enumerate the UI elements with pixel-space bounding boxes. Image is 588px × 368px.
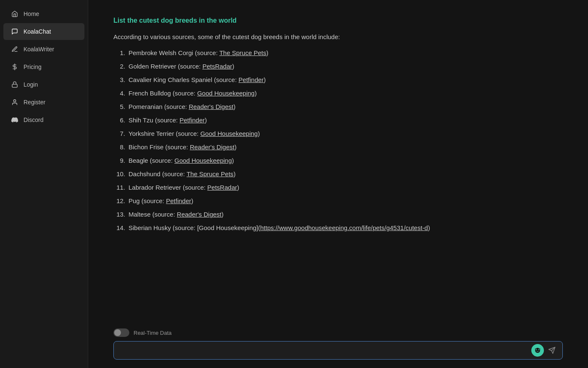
real-time-toggle-row: Real-Time Data xyxy=(113,328,563,337)
home-icon xyxy=(11,10,18,18)
lock-icon xyxy=(11,81,18,88)
question-title: List the cutest dog breeds in the world xyxy=(113,17,563,24)
breed-text: Golden Retriever (source: PetsRadar) xyxy=(129,61,234,71)
source-link[interactable]: Good Housekeeping xyxy=(174,157,232,164)
breed-text: Beagle (source: Good Housekeeping) xyxy=(129,156,234,166)
send-button[interactable] xyxy=(546,344,558,357)
breed-number: 6. xyxy=(113,115,129,125)
breed-number: 11. xyxy=(113,183,129,193)
sidebar-label-pricing: Pricing xyxy=(24,64,42,70)
writer-icon xyxy=(11,45,18,53)
source-link[interactable]: Petfinder xyxy=(166,197,191,204)
sidebar-item-koalachat[interactable]: KoalaChat xyxy=(3,23,84,40)
breed-text: Siberian Husky (source: [Good Housekeepi… xyxy=(129,223,430,233)
breed-number: 12. xyxy=(113,196,129,206)
breed-number: 4. xyxy=(113,88,129,98)
list-item: 10.Dachshund (source: The Spruce Pets) xyxy=(113,169,563,179)
list-item: 4.French Bulldog (source: Good Housekeep… xyxy=(113,88,563,98)
list-item: 13.Maltese (source: Reader's Digest) xyxy=(113,209,563,220)
svg-point-7 xyxy=(539,348,541,350)
discord-icon xyxy=(11,116,18,124)
source-link[interactable]: Reader's Digest xyxy=(189,103,233,110)
chat-area: List the cutest dog breeds in the world … xyxy=(88,0,588,323)
breed-text: Pembroke Welsh Corgi (source: The Spruce… xyxy=(129,48,268,58)
list-item: 7.Yorkshire Terrier (source: Good Housek… xyxy=(113,129,563,139)
breed-number: 9. xyxy=(113,156,129,166)
sidebar-item-login[interactable]: Login xyxy=(3,76,84,93)
koala-icon-button[interactable] xyxy=(531,344,544,357)
chat-input[interactable] xyxy=(118,344,530,357)
koala-svg-icon xyxy=(534,347,541,354)
sidebar-label-home: Home xyxy=(24,11,39,17)
main-content: List the cutest dog breeds in the world … xyxy=(88,0,588,368)
source-link[interactable]: PetsRadar xyxy=(207,184,237,191)
list-item: 14.Siberian Husky (source: [Good Houseke… xyxy=(113,223,563,233)
breed-number: 13. xyxy=(113,209,129,220)
bottom-area: Real-Time Data xyxy=(88,323,588,368)
source-link[interactable]: The Spruce Pets xyxy=(219,49,266,56)
breed-text: Dachshund (source: The Spruce Pets) xyxy=(129,169,236,179)
user-icon xyxy=(11,98,18,106)
list-item: 3.Cavalier King Charles Spaniel (source:… xyxy=(113,75,563,85)
sidebar-item-discord[interactable]: Discord xyxy=(3,111,84,128)
list-item: 8.Bichon Frise (source: Reader's Digest) xyxy=(113,142,563,152)
breed-text: Pomeranian (source: Reader's Digest) xyxy=(129,102,236,112)
intro-text: According to various sources, some of th… xyxy=(113,32,563,42)
send-icon xyxy=(548,347,556,354)
sidebar-item-koalawriter[interactable]: KoalaWriter xyxy=(3,41,84,58)
list-item: 2.Golden Retriever (source: PetsRadar) xyxy=(113,61,563,71)
svg-rect-1 xyxy=(12,84,17,87)
list-item: 9.Beagle (source: Good Housekeeping) xyxy=(113,156,563,166)
real-time-toggle-switch[interactable] xyxy=(113,328,129,337)
breed-text: Cavalier King Charles Spaniel (source: P… xyxy=(129,75,266,85)
breed-text: Labrador Retriever (source: PetsRadar) xyxy=(129,183,239,193)
chat-input-area xyxy=(113,341,563,360)
list-item: 1.Pembroke Welsh Corgi (source: The Spru… xyxy=(113,48,563,58)
source-link[interactable]: Reader's Digest xyxy=(177,211,221,218)
breed-text: Yorkshire Terrier (source: Good Housekee… xyxy=(129,129,260,139)
list-item: 12.Pug (source: Petfinder) xyxy=(113,196,563,206)
source-link[interactable]: Good Housekeeping xyxy=(200,130,258,137)
breed-number: 5. xyxy=(113,102,129,112)
svg-point-6 xyxy=(535,348,536,350)
sidebar-label-register: Register xyxy=(24,99,45,106)
sidebar-label-discord: Discord xyxy=(24,116,43,123)
list-item: 5.Pomeranian (source: Reader's Digest) xyxy=(113,102,563,112)
breed-number: 14. xyxy=(113,223,129,233)
list-item: 6.Shih Tzu (source: Petfinder) xyxy=(113,115,563,125)
breed-number: 1. xyxy=(113,48,129,58)
breed-number: 2. xyxy=(113,61,129,71)
breed-number: 3. xyxy=(113,75,129,85)
svg-point-2 xyxy=(13,100,16,102)
breed-text: Pug (source: Petfinder) xyxy=(129,196,193,206)
tag-icon xyxy=(11,63,18,71)
breed-text: Maltese (source: Reader's Digest) xyxy=(129,209,223,220)
sidebar-label-koalawriter: KoalaWriter xyxy=(24,46,54,53)
source-link[interactable]: PetsRadar xyxy=(202,63,232,70)
breed-list: 1.Pembroke Welsh Corgi (source: The Spru… xyxy=(113,48,563,233)
toggle-knob xyxy=(114,329,121,336)
source-link[interactable]: Good Housekeeping xyxy=(197,90,255,97)
real-time-label: Real-Time Data xyxy=(134,330,172,336)
source-link[interactable]: Petfinder xyxy=(239,76,264,83)
breed-number: 8. xyxy=(113,142,129,152)
source-link[interactable]: https://www.goodhousekeeping.com/life/pe… xyxy=(260,224,428,231)
chat-icon xyxy=(11,28,18,35)
breed-number: 10. xyxy=(113,169,129,179)
list-item: 11.Labrador Retriever (source: PetsRadar… xyxy=(113,183,563,193)
breed-text: Shih Tzu (source: Petfinder) xyxy=(129,115,207,125)
source-link[interactable]: Petfinder xyxy=(179,116,205,124)
sidebar-item-register[interactable]: Register xyxy=(3,94,84,111)
breed-number: 7. xyxy=(113,129,129,139)
source-link[interactable]: The Spruce Pets xyxy=(186,170,234,177)
source-link[interactable]: Reader's Digest xyxy=(190,143,234,151)
sidebar-label-login: Login xyxy=(24,81,38,88)
breed-text: Bichon Frise (source: Reader's Digest) xyxy=(129,142,236,152)
sidebar-item-pricing[interactable]: Pricing xyxy=(3,58,84,75)
sidebar-label-koalachat: KoalaChat xyxy=(24,28,51,35)
sidebar-item-home[interactable]: Home xyxy=(3,5,84,22)
sidebar: Home KoalaChat KoalaWriter Pricing Login… xyxy=(0,0,88,368)
breed-text: French Bulldog (source: Good Housekeepin… xyxy=(129,88,257,98)
